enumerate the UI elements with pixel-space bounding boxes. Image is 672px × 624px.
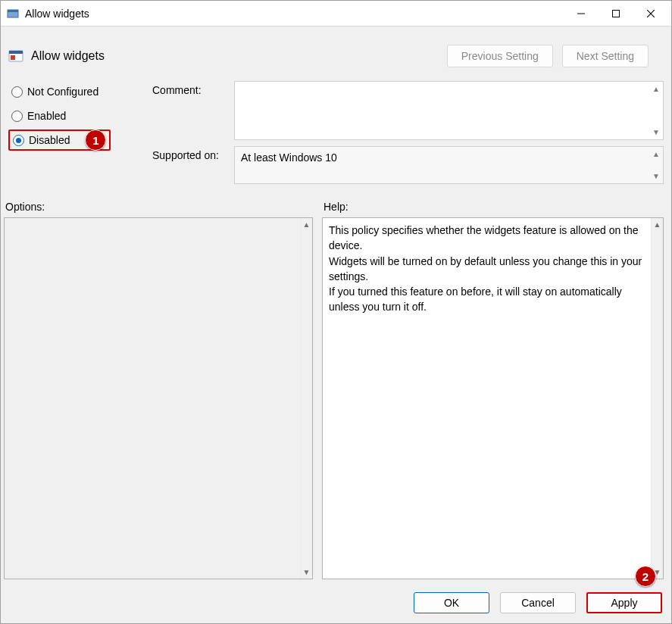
options-content <box>5 218 300 579</box>
window-title: Allow widgets <box>25 8 89 20</box>
policy-header: Allow widgets Previous Setting Next Sett… <box>1 27 671 81</box>
radio-label: Not Configured <box>27 86 98 98</box>
state-radio-group: Not Configured Enabled Disabled 1 <box>8 81 145 184</box>
radio-not-configured[interactable]: Not Configured <box>8 81 102 102</box>
options-help-split: Options: ▲ ▼ Help: This policy specifies… <box>1 196 671 582</box>
ok-button[interactable]: OK <box>414 592 489 613</box>
annotation-step-2: 2 <box>635 566 656 587</box>
dialog-footer: OK Cancel Apply <box>1 582 671 623</box>
svg-rect-4 <box>9 51 23 54</box>
supported-on-field: At least Windows 10 ▲ ▼ <box>234 146 664 184</box>
next-setting-button[interactable]: Next Setting <box>562 45 649 67</box>
policy-name: Allow widgets <box>31 49 105 63</box>
help-label: Help: <box>323 196 664 213</box>
cancel-button[interactable]: Cancel <box>500 592 576 613</box>
supported-on-label: Supported on: <box>152 146 228 161</box>
close-button[interactable] <box>633 2 668 26</box>
help-pane: Help: This policy specifies whether the … <box>322 196 664 579</box>
radio-enabled[interactable]: Enabled <box>8 105 69 126</box>
scroll-down-icon[interactable]: ▼ <box>303 566 311 579</box>
maximize-button[interactable] <box>599 2 633 26</box>
radio-indicator <box>13 135 24 146</box>
comment-field[interactable]: ▲ ▼ <box>234 81 664 140</box>
scroll-up-icon[interactable]: ▲ <box>652 150 660 158</box>
help-scrollbar[interactable]: ▲ ▼ <box>651 218 663 579</box>
radio-disabled[interactable]: Disabled 1 <box>8 129 111 151</box>
options-scrollbar[interactable]: ▲ ▼ <box>300 218 312 579</box>
svg-rect-1 <box>8 10 18 12</box>
scroll-up-icon[interactable]: ▲ <box>652 85 660 93</box>
previous-setting-button[interactable]: Previous Setting <box>447 45 553 67</box>
scroll-up-icon[interactable]: ▲ <box>654 218 661 231</box>
radio-indicator <box>11 111 23 122</box>
radio-indicator <box>11 86 23 98</box>
scroll-down-icon[interactable]: ▼ <box>652 172 660 180</box>
radio-label: Enabled <box>27 110 66 122</box>
app-icon <box>7 8 19 20</box>
scroll-down-icon[interactable]: ▼ <box>652 128 660 136</box>
help-box: This policy specifies whether the widget… <box>322 217 664 579</box>
policy-editor-window: Allow widgets Allow widgets Previous Set… <box>0 0 672 624</box>
options-label: Options: <box>5 196 313 213</box>
policy-icon <box>8 48 23 64</box>
svg-rect-2 <box>613 10 620 17</box>
apply-button[interactable]: Apply <box>586 592 662 613</box>
options-box: ▲ ▼ <box>4 217 313 579</box>
options-pane: Options: ▲ ▼ <box>4 196 313 579</box>
titlebar: Allow widgets <box>1 1 671 27</box>
info-column: Comment: ▲ ▼ Supported on: At least Wind… <box>152 81 664 184</box>
minimize-button[interactable] <box>564 2 599 26</box>
help-text: This policy specifies whether the widget… <box>323 218 651 579</box>
supported-on-value: At least Windows 10 <box>241 151 337 164</box>
annotation-step-1: 1 <box>85 129 106 151</box>
radio-label: Disabled <box>29 134 70 146</box>
settings-top: Not Configured Enabled Disabled 1 Commen… <box>1 81 671 189</box>
scroll-up-icon[interactable]: ▲ <box>303 218 311 231</box>
svg-rect-5 <box>11 55 15 60</box>
comment-label: Comment: <box>152 81 228 96</box>
